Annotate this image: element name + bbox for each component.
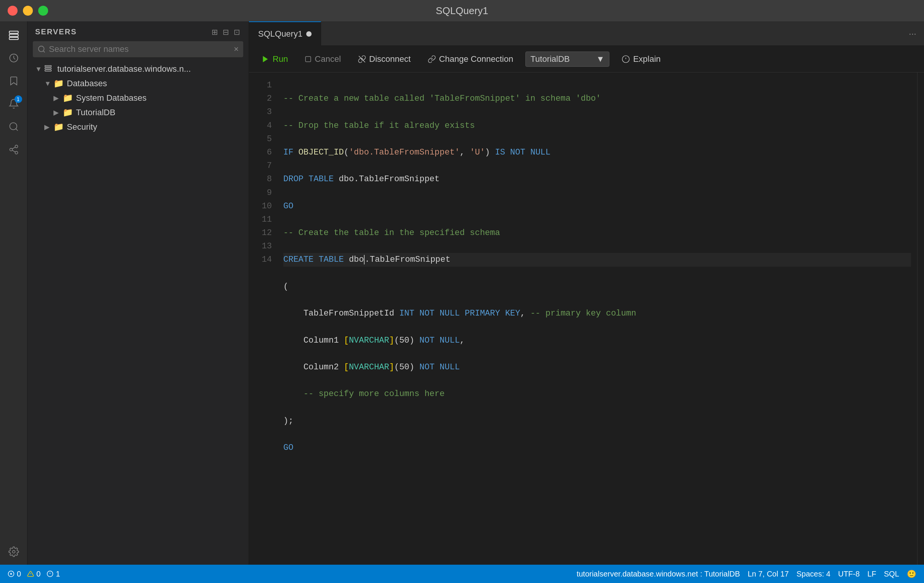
status-encoding[interactable]: UTF-8 [838, 570, 860, 578]
tree-tutorialdb[interactable]: ▶ 📁 TutorialDB [28, 105, 249, 120]
maximize-button[interactable] [38, 6, 48, 16]
chevron-down-icon: ▼ [596, 54, 604, 64]
svg-rect-2 [9, 37, 18, 40]
run-button[interactable]: Run [257, 52, 292, 66]
activity-notifications[interactable]: 1 [4, 94, 24, 114]
cancel-icon [305, 56, 312, 63]
server-label: tutorialserver.database.windows.n... [57, 64, 191, 74]
search-bar: × [33, 41, 243, 57]
code-line-2: -- Drop the table if it already exists [283, 119, 911, 132]
folder-icon: 📁 [53, 79, 64, 89]
title-bar: SQLQuery1 [0, 0, 924, 21]
code-line-13: ); [283, 414, 911, 428]
code-line-8: ( [283, 280, 911, 293]
error-icon [8, 570, 15, 577]
status-warnings[interactable]: 0 [27, 570, 40, 578]
server-icon [44, 64, 54, 74]
close-button[interactable] [8, 6, 18, 16]
main-layout: 1 SERVERS [0, 21, 924, 565]
connection-dropdown[interactable]: TutorialDB ▼ [525, 51, 609, 67]
code-line-11: Column2 [NVARCHAR](50) NOT NULL [283, 361, 911, 374]
activity-servers[interactable] [4, 25, 24, 45]
editor-toolbar: Run Cancel Disconnect [249, 46, 924, 72]
tree-arrow: ▼ [35, 65, 44, 73]
info-icon [46, 570, 53, 577]
tree-arrow: ▶ [44, 123, 53, 131]
code-editor[interactable]: 1 2 3 4 5 6 7 8 9 10 11 12 13 14 -- Crea… [249, 72, 924, 565]
scrollbar-track[interactable] [917, 72, 924, 565]
add-server-icon[interactable]: ⊡ [234, 28, 241, 36]
svg-rect-15 [45, 68, 51, 69]
activity-bookmarks[interactable] [4, 71, 24, 91]
tab-label: SQLQuery1 [258, 29, 302, 39]
disconnect-button[interactable]: Disconnect [353, 52, 416, 66]
warning-icon [27, 570, 34, 577]
tab-sqlquery1[interactable]: SQLQuery1 [249, 21, 321, 46]
collapse-icon[interactable]: ⊟ [223, 28, 230, 36]
svg-point-4 [10, 123, 17, 130]
notification-badge: 1 [15, 96, 22, 103]
svg-rect-1 [9, 35, 18, 36]
explain-icon [622, 55, 630, 63]
connection-name: TutorialDB [530, 54, 570, 64]
security-label: Security [67, 122, 97, 132]
settings-icon[interactable] [4, 545, 24, 565]
code-line-4: DROP TABLE dbo.TableFromSnippet [283, 173, 911, 186]
minimize-button[interactable] [23, 6, 33, 16]
server-tree: ▼ tutorialserver.database.windows.n... ▼… [28, 62, 249, 565]
status-bar-right: tutorialserver.database.windows.net : Tu… [577, 569, 916, 578]
svg-rect-18 [306, 56, 311, 62]
code-line-9: TableFromSnippetId INT NOT NULL PRIMARY … [283, 307, 911, 320]
traffic-lights [8, 6, 48, 16]
code-line-6: -- Create the table in the specified sch… [283, 226, 911, 240]
tree-security[interactable]: ▶ 📁 Security [28, 120, 249, 134]
status-language[interactable]: SQL [884, 570, 899, 578]
disconnect-icon [358, 55, 366, 63]
svg-marker-17 [263, 56, 268, 62]
svg-rect-16 [45, 70, 51, 71]
activity-search[interactable] [4, 117, 24, 137]
explain-button[interactable]: Explain [617, 52, 665, 66]
svg-rect-0 [9, 31, 18, 34]
tree-arrow: ▼ [44, 80, 53, 88]
change-connection-icon [427, 55, 436, 63]
sidebar-header: SERVERS ⊞ ⊟ ⊡ [28, 21, 249, 41]
folder-icon: 📁 [63, 93, 73, 103]
tree-server[interactable]: ▼ tutorialserver.database.windows.n... [28, 62, 249, 76]
status-line-ending[interactable]: LF [868, 570, 876, 578]
code-line-3: IF OBJECT_ID('dbo.TableFromSnippet', 'U'… [283, 146, 911, 159]
activity-history[interactable] [4, 48, 24, 68]
tab-bar: SQLQuery1 ··· [249, 21, 924, 46]
tree-system-databases[interactable]: ▶ 📁 System Databases [28, 91, 249, 105]
tab-more-button[interactable]: ··· [901, 28, 924, 39]
change-connection-button[interactable]: Change Connection [423, 52, 518, 66]
svg-line-5 [16, 128, 18, 130]
status-emoji[interactable]: 🙂 [907, 569, 916, 578]
error-count: 0 [17, 570, 21, 578]
svg-point-11 [12, 550, 15, 553]
activity-connections[interactable] [4, 140, 24, 160]
run-icon [261, 55, 269, 63]
search-clear-button[interactable]: × [234, 44, 239, 54]
status-errors[interactable]: 0 [8, 570, 21, 578]
search-icon [38, 45, 46, 53]
code-content[interactable]: -- Create a new table called 'TableFromS… [279, 72, 917, 565]
code-line-1: -- Create a new table called 'TableFromS… [283, 92, 911, 105]
status-server[interactable]: tutorialserver.database.windows.net : Tu… [577, 570, 740, 578]
tree-arrow: ▶ [53, 94, 63, 102]
status-position[interactable]: Ln 7, Col 17 [747, 570, 789, 578]
cancel-button[interactable]: Cancel [300, 52, 345, 66]
window-title: SQLQuery1 [436, 5, 488, 17]
svg-line-13 [43, 51, 45, 52]
status-info[interactable]: 1 [46, 570, 60, 578]
tree-databases[interactable]: ▼ 📁 Databases [28, 76, 249, 91]
tree-arrow: ▶ [53, 109, 63, 117]
warning-count: 0 [36, 570, 40, 578]
status-bar: 0 0 1 tutorialserver.database.windows.ne… [0, 565, 924, 583]
status-spaces[interactable]: Spaces: 4 [797, 570, 830, 578]
search-input[interactable] [49, 44, 231, 54]
status-bar-left: 0 0 1 [8, 570, 60, 578]
svg-rect-14 [45, 65, 51, 66]
svg-line-9 [12, 150, 15, 152]
new-connection-icon[interactable]: ⊞ [211, 28, 219, 36]
